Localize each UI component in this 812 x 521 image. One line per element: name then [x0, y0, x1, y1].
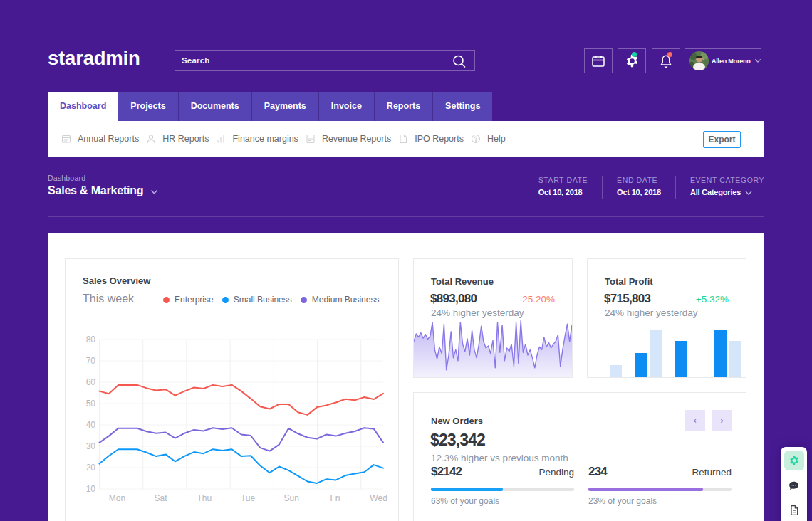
- filter-label: END DATE: [617, 176, 661, 184]
- new-orders-title: New Orders: [431, 416, 483, 426]
- search-input[interactable]: [175, 51, 474, 70]
- tab-documents[interactable]: Documents: [179, 92, 252, 121]
- orders-metric-pending: $2142Pending63% of your goals: [431, 465, 574, 479]
- metric-value: $2142: [431, 465, 462, 478]
- filter-value: All Categories: [690, 188, 764, 196]
- user-name: Allen Moreno: [712, 58, 751, 65]
- document-icon: [788, 505, 800, 516]
- calendar-button[interactable]: [584, 48, 613, 73]
- subnav-item-annual-reports[interactable]: Annual Reports: [61, 134, 139, 144]
- app-logo: staradmin: [48, 47, 140, 70]
- search-icon[interactable]: [452, 54, 467, 70]
- chevron-down-icon: [745, 191, 752, 196]
- tab-invoice[interactable]: Invoice: [319, 92, 375, 121]
- filter-label: EVENT CATEGORY: [690, 176, 764, 184]
- svg-text:70: 70: [86, 356, 96, 366]
- tab-dashboard[interactable]: Dashboard: [48, 92, 118, 121]
- dashboard-page: staradmin: [0, 0, 812, 521]
- quick-settings-panel: [781, 447, 807, 521]
- svg-text:50: 50: [86, 399, 96, 409]
- profit-bar: [729, 341, 741, 377]
- next-button[interactable]: ›: [712, 410, 732, 431]
- profit-bar-chart: [588, 327, 746, 377]
- settings-button[interactable]: [618, 48, 646, 73]
- metric-value: 234: [588, 465, 607, 478]
- metric-label: Pending: [538, 467, 574, 478]
- notifications-button[interactable]: [652, 48, 680, 73]
- user-menu[interactable]: Allen Moreno: [685, 48, 761, 73]
- subnav-item-revenue-reports[interactable]: Revenue Reports: [306, 134, 391, 144]
- metric-progress-fill: [431, 488, 503, 491]
- subnav-item-finance-margins[interactable]: Finance margins: [216, 134, 298, 144]
- ipo-reports-icon: [398, 134, 408, 144]
- tab-projects[interactable]: Projects: [118, 92, 178, 121]
- subnav-item-label: IPO Reports: [415, 134, 464, 144]
- total-profit-subtitle: 24% higher yesterday: [605, 307, 698, 318]
- page-title-dropdown[interactable]: Sales & Marketing: [48, 184, 158, 197]
- total-revenue-title: Total Revenue: [431, 276, 494, 287]
- profit-bar: [714, 330, 727, 377]
- metric-progress-fill: [588, 488, 703, 491]
- filter-event-category[interactable]: EVENT CATEGORYAll Categories: [676, 176, 764, 196]
- new-orders-card: New Orders ‹ › $23,342 12.3% higher vs p…: [413, 392, 746, 521]
- settings-badge-dot: [632, 52, 637, 57]
- svg-text:20: 20: [86, 463, 96, 473]
- revenue-area-sparkline: [414, 317, 572, 377]
- gear-icon: [788, 455, 800, 466]
- metric-progress-track: [588, 488, 732, 491]
- finance-margins-icon: [216, 134, 226, 144]
- chat-icon: [788, 480, 800, 492]
- profit-bar: [610, 365, 622, 377]
- page-title: Sales & Marketing: [48, 184, 143, 197]
- svg-text:Thu: Thu: [197, 493, 212, 503]
- tab-payments[interactable]: Payments: [252, 92, 319, 121]
- profit-bar: [675, 341, 687, 377]
- profit-bar: [635, 353, 647, 377]
- new-orders-value: $23,342: [430, 431, 485, 450]
- total-profit-delta: +5.32%: [696, 294, 729, 305]
- svg-text:Sat: Sat: [155, 493, 168, 503]
- chevron-down-icon: [754, 58, 761, 63]
- main-content: Sales Overview This week EnterpriseSmall…: [48, 233, 764, 521]
- subnav-item-ipo-reports[interactable]: IPO Reports: [398, 134, 464, 144]
- header-divider: [48, 216, 764, 217]
- subnav-item-label: Finance margins: [232, 134, 298, 144]
- breadcrumb: Dashboard: [48, 174, 85, 182]
- subnav-item-help[interactable]: Help: [471, 134, 506, 144]
- quick-settings-button[interactable]: [784, 451, 804, 470]
- quick-chat-button[interactable]: [784, 475, 804, 495]
- filter-value: Oct 10, 2018: [617, 188, 661, 196]
- subnav-item-label: Help: [487, 134, 506, 144]
- filter-start-date: START DATEOct 10, 2018: [538, 176, 602, 196]
- help-icon: [471, 134, 481, 144]
- sales-overview-line-chart: 8070605040302010MonSatThuTueSunFriWed: [66, 259, 398, 517]
- profit-bar: [650, 330, 662, 377]
- total-revenue-value: $893,080: [430, 292, 477, 306]
- svg-text:Mon: Mon: [109, 493, 125, 503]
- svg-text:Sun: Sun: [284, 493, 299, 503]
- total-revenue-card: Total Revenue $893,080 -25.20% 24% highe…: [413, 258, 573, 378]
- avatar: [689, 51, 709, 70]
- svg-text:Tue: Tue: [241, 493, 256, 503]
- total-profit-card: Total Profit $715,803 +5.32% 24% higher …: [587, 258, 746, 378]
- total-revenue-delta: -25.20%: [519, 294, 555, 305]
- svg-text:10: 10: [86, 484, 96, 494]
- filter-value: Oct 10, 2018: [538, 188, 588, 196]
- filter-end-date: END DATEOct 10, 2018: [603, 176, 675, 196]
- tab-reports[interactable]: Reports: [375, 92, 433, 121]
- filter-label: START DATE: [538, 176, 588, 184]
- subnav-item-label: Annual Reports: [78, 134, 139, 144]
- subnav-item-hr-reports[interactable]: HR Reports: [146, 134, 209, 144]
- metric-caption: 23% of your goals: [588, 496, 657, 506]
- svg-text:60: 60: [86, 377, 96, 387]
- notification-badge-dot: [667, 52, 672, 57]
- quick-document-button[interactable]: [784, 500, 804, 520]
- prev-button[interactable]: ‹: [685, 410, 705, 431]
- svg-text:40: 40: [86, 420, 96, 430]
- tab-settings[interactable]: Settings: [433, 92, 492, 121]
- export-button[interactable]: Export: [703, 131, 741, 148]
- hr-reports-icon: [146, 134, 156, 144]
- metric-progress-track: [431, 488, 574, 491]
- revenue-reports-icon: [306, 134, 316, 144]
- main-nav-tabs: DashboardProjectsDocumentsPaymentsInvoic…: [48, 92, 492, 121]
